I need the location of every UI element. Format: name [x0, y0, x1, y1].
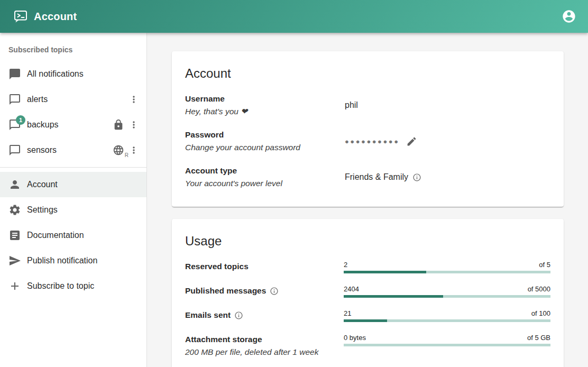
topic-label: alerts [27, 95, 127, 104]
globe-read-only-icon: R [113, 144, 124, 156]
topic-list: All notifications alerts [0, 61, 146, 163]
nav-label: Account [27, 180, 140, 189]
info-icon[interactable] [234, 311, 243, 320]
username-subtitle: Hey, that's you ❤ [185, 105, 345, 118]
sidebar-item-all-notifications[interactable]: All notifications [0, 61, 146, 87]
attachment-storage-limit: of 5 GB [527, 334, 550, 342]
account-type-subtitle: Your account's power level [185, 177, 345, 190]
attachment-storage-value: 0 bytes [344, 334, 366, 342]
reserved-topics-limit: of 5 [539, 261, 550, 269]
reserved-topics-value: 2 [344, 261, 347, 269]
ntfy-logo-icon [13, 9, 28, 24]
emails-sent-value: 21 [344, 309, 351, 317]
attachment-storage-label: Attachment storage [185, 333, 262, 346]
username-label: Username [185, 93, 345, 105]
progress-bar [344, 319, 550, 322]
password-row: Password Change your account password ●●… [185, 129, 550, 154]
emails-sent-row: Emails sent 21 of 100 [185, 309, 550, 322]
sidebar-item-account[interactable]: Account [0, 172, 146, 197]
password-label: Password [185, 129, 345, 141]
reserved-topics-row: Reserved topics 2 of 5 [185, 260, 550, 273]
usage-card: Usage Reserved topics 2 of 5 [172, 219, 564, 367]
published-messages-row: Published messages 2404 of 5000 [185, 285, 550, 298]
nav-label: Subscribe to topic [27, 281, 140, 291]
person-icon [8, 178, 21, 191]
sidebar-item-documentation[interactable]: Documentation [0, 223, 146, 248]
plus-icon [8, 280, 21, 292]
reserved-topics-label: Reserved topics [185, 260, 249, 273]
username-row: Username Hey, that's you ❤ phil [185, 93, 550, 118]
main-content: Account Username Hey, that's you ❤ phil … [147, 33, 588, 367]
app-bar: Account [0, 0, 588, 33]
send-icon [8, 254, 21, 267]
emails-sent-limit: of 100 [531, 309, 550, 317]
sidebar-divider [0, 167, 146, 168]
published-messages-limit: of 5000 [528, 285, 550, 293]
account-type-value: Friends & Family [345, 172, 408, 182]
subscribed-topics-heading: Subscribed topics [0, 45, 146, 54]
attachment-storage-row: Attachment storage 200 MB per file, dele… [185, 333, 550, 359]
account-card: Account Username Hey, that's you ❤ phil … [172, 51, 564, 207]
topic-menu-icon[interactable] [127, 118, 140, 131]
info-icon[interactable] [270, 287, 279, 296]
nav-label: Documentation [27, 231, 140, 240]
gear-icon [8, 204, 21, 216]
sidebar-item-publish-notification[interactable]: Publish notification [0, 248, 146, 273]
usage-card-title: Usage [185, 234, 550, 249]
topic-menu-icon[interactable] [127, 144, 140, 157]
app-window: Account Subscribed topics All notificati… [0, 0, 588, 367]
published-messages-label: Published messages [185, 285, 266, 297]
sidebar-item-settings[interactable]: Settings [0, 197, 146, 223]
sidebar-item-alerts[interactable]: alerts [0, 87, 146, 112]
info-icon[interactable] [412, 173, 421, 182]
attachment-storage-subtitle: 200 MB per file, deleted after 1 week [185, 346, 344, 359]
chat-bubble-outline-icon [8, 93, 21, 106]
sidebar-item-sensors[interactable]: sensors R [0, 137, 146, 163]
topic-label: All notifications [27, 69, 140, 79]
account-type-row: Account type Your account's power level … [185, 164, 550, 190]
lock-icon [113, 119, 124, 131]
password-masked-value: ●●●●●●●●●● [345, 137, 400, 145]
edit-password-icon[interactable] [406, 136, 417, 147]
published-messages-value: 2404 [344, 285, 359, 293]
progress-bar [344, 295, 550, 298]
progress-bar [344, 271, 550, 273]
password-subtitle: Change your account password [185, 141, 345, 154]
progress-bar [344, 344, 550, 346]
article-icon [8, 229, 21, 242]
account-circle-icon[interactable] [562, 9, 576, 24]
main-nav: Account Settings Documentation [0, 172, 146, 303]
chat-bubble-filled-icon [8, 68, 21, 80]
topic-label: backups [27, 120, 113, 130]
chat-bubble-outline-icon [8, 144, 21, 157]
emails-sent-label: Emails sent [185, 309, 231, 322]
topic-label: sensors [27, 145, 113, 155]
page-title: Account [34, 11, 77, 23]
nav-label: Publish notification [27, 256, 140, 265]
sidebar-item-subscribe-to-topic[interactable]: Subscribe to topic [0, 273, 146, 299]
sidebar: Subscribed topics All notifications aler… [0, 33, 147, 367]
account-type-label: Account type [185, 164, 345, 177]
sidebar-item-backups[interactable]: 1 backups [0, 112, 146, 137]
unread-count-badge: 1 [16, 115, 25, 125]
nav-label: Settings [27, 205, 140, 215]
account-card-title: Account [185, 66, 550, 81]
username-value: phil [345, 100, 358, 110]
read-access-suffix: R [125, 152, 128, 158]
topic-menu-icon[interactable] [127, 93, 140, 106]
